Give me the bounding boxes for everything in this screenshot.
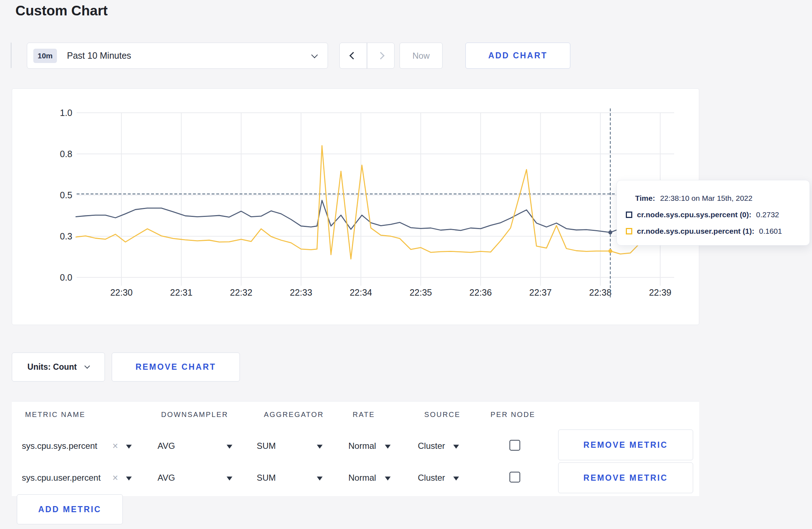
column-header-aggregator: AGGREGATOR [264, 411, 324, 419]
metric-name-select[interactable]: sys.cpu.sys.percent [22, 441, 97, 451]
chart-card: 0.00.30.50.81.022:3022:3122:3222:3322:34… [12, 88, 699, 325]
tooltip-time-label: Time: [635, 194, 655, 203]
series-swatch-icon [626, 212, 632, 218]
time-window-select[interactable]: 10m Past 10 Minutes [27, 43, 328, 69]
column-header-rate: RATE [353, 411, 375, 419]
caret-down-icon[interactable] [227, 477, 232, 481]
svg-text:0.8: 0.8 [60, 149, 72, 159]
downsampler-select[interactable]: AVG [158, 441, 175, 451]
chart-svg[interactable]: 0.00.30.50.81.022:3022:3122:3222:3322:34… [12, 89, 699, 325]
caret-down-icon[interactable] [126, 477, 132, 481]
add-metric-label: ADD METRIC [38, 505, 101, 514]
downsampler-select[interactable]: AVG [158, 473, 175, 483]
column-header-downsampler: DOWNSAMPLER [161, 411, 228, 419]
units-select-label: Units: Count [28, 362, 77, 372]
remove-chart-label: REMOVE CHART [136, 362, 216, 372]
svg-text:22:35: 22:35 [410, 287, 432, 297]
svg-text:22:36: 22:36 [469, 287, 492, 297]
svg-text:0.5: 0.5 [60, 190, 72, 200]
remove-metric-label: REMOVE METRIC [584, 440, 668, 450]
add-metric-button[interactable]: ADD METRIC [17, 494, 123, 524]
metrics-table: METRIC NAME DOWNSAMPLER AGGREGATOR RATE … [12, 401, 699, 496]
column-header-source: SOURCE [424, 411, 460, 419]
svg-text:22:37: 22:37 [529, 287, 552, 297]
chevron-down-icon [311, 52, 318, 58]
metric-name-select[interactable]: sys.cpu.user.percent [22, 473, 101, 483]
tooltip-series-name: cr.node.sys.cpu.sys.percent (0): [637, 210, 751, 219]
caret-down-icon[interactable] [126, 445, 132, 449]
remove-metric-button[interactable]: REMOVE METRIC [558, 429, 693, 460]
svg-text:22:32: 22:32 [230, 287, 252, 297]
remove-chart-button[interactable]: REMOVE CHART [112, 353, 240, 382]
caret-down-icon[interactable] [317, 477, 323, 481]
tooltip-series-name: cr.node.sys.cpu.user.percent (1): [637, 227, 754, 236]
svg-text:22:33: 22:33 [290, 287, 313, 297]
chevron-left-icon [349, 52, 357, 59]
svg-text:0.0: 0.0 [60, 272, 72, 282]
prev-time-button[interactable] [340, 43, 367, 68]
tooltip-series-value: 0.2732 [756, 210, 779, 219]
per-node-checkbox[interactable] [509, 440, 520, 451]
svg-text:22:31: 22:31 [170, 287, 193, 297]
page-title: Custom Chart [15, 3, 108, 19]
next-time-button[interactable] [367, 43, 394, 68]
tooltip-series-row: cr.node.sys.cpu.sys.percent (0): 0.2732 [617, 207, 809, 223]
caret-down-icon[interactable] [385, 445, 391, 449]
add-chart-label: ADD CHART [488, 51, 548, 60]
caret-down-icon[interactable] [453, 445, 459, 449]
aggregator-select[interactable]: SUM [257, 441, 276, 451]
caret-down-icon[interactable] [453, 477, 459, 481]
series-swatch-icon [626, 228, 632, 234]
aggregator-select[interactable]: SUM [257, 473, 276, 483]
time-nav-group [339, 43, 395, 69]
add-chart-button[interactable]: ADD CHART [465, 43, 570, 69]
toolbar-divider [11, 43, 11, 68]
caret-down-icon[interactable] [317, 445, 323, 449]
clear-metric-icon[interactable]: × [112, 472, 118, 484]
source-select[interactable]: Cluster [418, 473, 445, 483]
remove-metric-button[interactable]: REMOVE METRIC [558, 462, 693, 493]
column-header-metric-name: METRIC NAME [25, 411, 86, 419]
svg-text:22:34: 22:34 [350, 287, 372, 297]
per-node-checkbox[interactable] [509, 472, 520, 482]
time-window-badge: 10m [33, 49, 57, 63]
units-select[interactable]: Units: Count [12, 353, 105, 382]
caret-down-icon[interactable] [385, 477, 391, 481]
rate-select[interactable]: Normal [348, 441, 376, 451]
svg-text:22:30: 22:30 [110, 287, 133, 297]
svg-text:22:39: 22:39 [649, 287, 672, 297]
rate-select[interactable]: Normal [348, 473, 376, 483]
tooltip-series-row: cr.node.sys.cpu.user.percent (1): 0.1601 [617, 223, 809, 239]
svg-text:22:38: 22:38 [589, 287, 612, 297]
time-window-label: Past 10 Minutes [67, 50, 131, 61]
now-button-label: Now [412, 51, 430, 61]
remove-metric-label: REMOVE METRIC [584, 473, 668, 483]
chevron-down-icon [84, 363, 90, 369]
now-button[interactable]: Now [400, 43, 443, 69]
svg-text:1.0: 1.0 [60, 108, 72, 118]
clear-metric-icon[interactable]: × [112, 441, 118, 452]
tooltip-time-value: 22:38:10 on Mar 15th, 2022 [660, 194, 753, 203]
tooltip-series-value: 0.1601 [759, 227, 782, 236]
source-select[interactable]: Cluster [418, 441, 445, 451]
chart-tooltip: Time: 22:38:10 on Mar 15th, 2022 cr.node… [617, 180, 810, 246]
chevron-right-icon [377, 52, 385, 59]
caret-down-icon[interactable] [227, 445, 232, 449]
svg-text:0.3: 0.3 [60, 231, 72, 241]
column-header-per-node: PER NODE [490, 411, 535, 419]
